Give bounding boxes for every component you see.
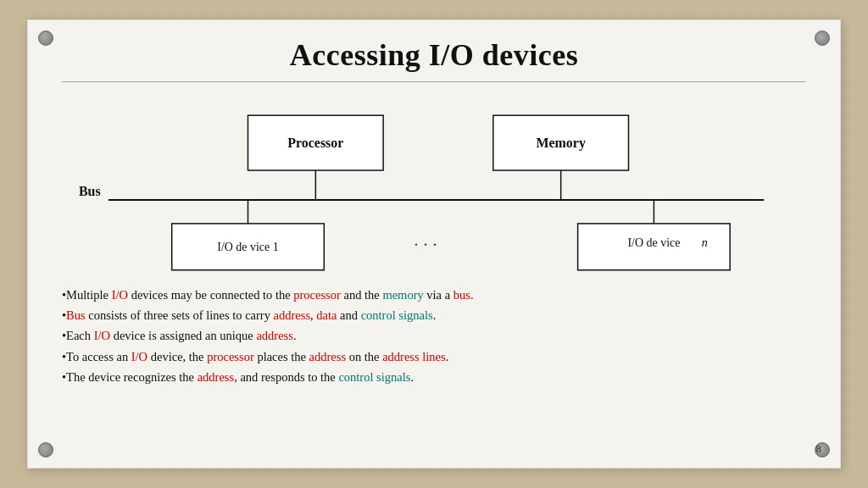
bus-highlight-2: Bus <box>66 308 86 322</box>
bullet-1: •Multiple I/O devices may be connected t… <box>62 286 806 305</box>
bullet-section: •Multiple I/O devices may be connected t… <box>62 286 806 387</box>
diagram-svg: Bus Processor Memory I/O de vice 1 · · · <box>62 94 806 280</box>
address-highlight-5: address <box>198 370 235 384</box>
processor-highlight: processor <box>293 288 341 302</box>
page-number: 8 <box>816 442 822 456</box>
address-highlight-3: address <box>256 329 293 342</box>
bullet-3: •Each I/O device is assigned an unique a… <box>62 326 806 346</box>
memory-label: Memory <box>536 136 585 151</box>
gold-divider <box>62 81 806 82</box>
io-highlight-1: I/O <box>112 288 128 302</box>
bus-highlight: bus <box>453 288 470 302</box>
io1-label: I/O de vice 1 <box>217 241 278 253</box>
address-lines-highlight: address lines <box>382 350 446 363</box>
ellipsis-dots: · · · <box>414 234 437 255</box>
data-highlight: data <box>316 308 337 322</box>
control-signals-highlight: control signals <box>361 308 433 322</box>
slide: Accessing I/O devices Bus Processor Memo… <box>27 19 841 469</box>
address-highlight: address <box>274 308 311 322</box>
bullet-5: •The device recognizes the address, and … <box>62 368 806 387</box>
screw-top-right <box>815 30 830 46</box>
bus-label: Bus <box>79 184 101 198</box>
screw-top-left <box>38 30 53 46</box>
diagram-area: Bus Processor Memory I/O de vice 1 · · · <box>62 94 806 280</box>
slide-title: Accessing I/O devices <box>62 37 806 73</box>
bullet-2: •Bus consists of three sets of lines to … <box>62 306 806 325</box>
processor-highlight-4: processor <box>207 350 254 363</box>
ion-label-text: I/O de vice <box>627 236 680 249</box>
memory-highlight: memory <box>382 288 423 302</box>
io-highlight-3: I/O <box>94 329 110 342</box>
bullet-4: •To access an I/O device, the processor … <box>62 347 806 367</box>
address-highlight-4: address <box>309 350 347 363</box>
screw-bottom-left <box>38 442 53 458</box>
control-signals-highlight-5: control signals <box>338 370 410 384</box>
processor-label: Processor <box>287 136 343 150</box>
io-highlight-4: I/O <box>131 350 147 363</box>
ion-label-n: n <box>702 236 708 249</box>
